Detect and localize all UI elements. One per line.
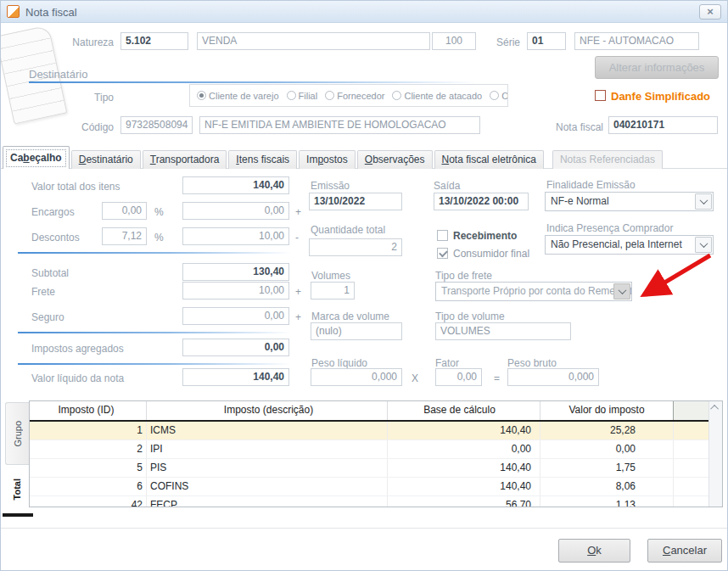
column-header-imposto-id[interactable]: Imposto (ID)	[30, 401, 147, 420]
tab-impostos[interactable]: Impostos	[299, 150, 356, 169]
tab-cabecalho[interactable]: Cabeçalho	[3, 146, 70, 169]
cell-imposto-descricao: FECP	[147, 496, 388, 507]
footer-divider	[1, 528, 728, 529]
column-header-base-calculo[interactable]: Base de cálculo	[388, 401, 540, 420]
tab-transportadora[interactable]: Transportadora	[143, 150, 227, 169]
frete-plus-sign: +	[295, 286, 301, 298]
encargos-field[interactable]: 0,00	[182, 202, 289, 220]
chevron-down-icon	[699, 239, 708, 248]
tab-nota-fiscal-eletronica[interactable]: Nota fiscal eletrônica	[434, 150, 544, 169]
descontos-field[interactable]: 10,00	[182, 227, 289, 245]
cell-base-calculo: 0,00	[388, 440, 540, 458]
radio-outro[interactable]: Outro	[490, 91, 508, 101]
fator-field[interactable]: 0,00	[435, 368, 482, 386]
table-header-row: Imposto (ID) Imposto (descrição) Base de…	[30, 401, 708, 422]
frete-field[interactable]: 10,00	[182, 282, 289, 299]
chevron-down-icon	[618, 286, 626, 294]
seguro-field[interactable]: 0,00	[182, 307, 289, 325]
recebimento-label: Recebimento	[453, 230, 517, 242]
cell-base-calculo: 56,70	[388, 496, 540, 507]
encargos-label: Encargos	[31, 206, 75, 218]
radio-cliente-de-atacado[interactable]: Cliente de atacado	[392, 91, 482, 101]
impostos-table: Imposto (ID) Imposto (descrição) Base de…	[29, 400, 723, 507]
tab-notas-referenciadas[interactable]: Notas Referenciadas	[552, 150, 663, 169]
radio-cliente-de-varejo[interactable]: Cliente de varejo	[197, 91, 279, 101]
tab-observacoes[interactable]: Observações	[357, 150, 433, 169]
cell-valor-imposto: 1,13	[540, 496, 674, 507]
app-icon	[7, 5, 20, 18]
finalidade-emissao-select[interactable]: NF-e Normal	[545, 192, 714, 211]
ok-button[interactable]: Ok	[558, 539, 630, 563]
tipo-volume-field[interactable]: VOLUMES	[435, 322, 571, 340]
quantidade-total-field[interactable]: 2	[309, 238, 402, 256]
descontos-pct-field[interactable]: 7,12	[102, 227, 147, 245]
side-tab-total[interactable]: Total	[5, 468, 29, 511]
codigo-field[interactable]: 97328508094	[120, 116, 193, 134]
serie-label: Série	[484, 36, 520, 48]
presenca-dropdown-button[interactable]	[695, 237, 712, 253]
tab-destinatario[interactable]: Destinatário	[71, 150, 141, 169]
impostos-agregados-field[interactable]: 0,00	[182, 339, 289, 356]
radio-icon	[325, 91, 334, 100]
danfe-simplificado-label: Danfe Simplificado	[611, 90, 710, 103]
table-row[interactable]: 1 ICMS 140,40 25,28	[30, 422, 708, 440]
tipo-frete-select[interactable]: Transporte Próprio por conta do Remetent…	[435, 282, 632, 301]
cell-valor-imposto: 0,00	[540, 440, 674, 458]
impostos-agregados-label: Impostos agregados	[31, 343, 124, 355]
cancel-button[interactable]: Cancelar	[647, 539, 722, 563]
descontos-label: Descontos	[31, 232, 80, 244]
column-header-imposto-descricao[interactable]: Imposto (descrição)	[147, 401, 388, 420]
title-bar: Nota fiscal ×	[1, 1, 727, 23]
marca-volume-field[interactable]: (nulo)	[311, 322, 402, 340]
nota-fiscal-number-field[interactable]: 040210171	[608, 116, 718, 134]
side-tab-grupo[interactable]: Grupo	[5, 402, 29, 465]
peso-liquido-field[interactable]: 0,000	[311, 368, 402, 386]
emissao-field[interactable]: 13/10/2022	[309, 193, 402, 210]
chevron-down-icon	[699, 196, 708, 204]
valor-total-field[interactable]: 140,40	[182, 176, 289, 194]
table-row[interactable]: 6 COFINS 140,40 8,06	[30, 478, 708, 496]
table-row[interactable]: 42 FECP 56,70 1,13	[30, 496, 708, 507]
natureza-code-field[interactable]: 5.102	[120, 32, 188, 50]
finalidade-emissao-value: NF-e Normal	[551, 195, 609, 207]
recebimento-checkbox[interactable]	[437, 230, 448, 241]
table-scrollbar[interactable]	[708, 401, 722, 507]
table-row[interactable]: 5 PIS 140,40 1,75	[30, 459, 708, 478]
volumes-field[interactable]: 1	[311, 282, 355, 299]
saida-field[interactable]: 13/10/2022 00:00	[434, 193, 529, 210]
peso-bruto-field[interactable]: 0,000	[507, 368, 599, 386]
impostos-agregados-rule	[18, 332, 291, 333]
subtotal-field[interactable]: 130,40	[182, 263, 289, 281]
consumidor-final-label: Consumidor final	[453, 248, 529, 260]
tipo-frete-dropdown-button[interactable]	[613, 283, 630, 299]
destinatario-rule	[29, 81, 477, 83]
radio-fornecedor[interactable]: Fornecedor	[325, 91, 384, 101]
column-header-valor-imposto[interactable]: Valor do imposto	[540, 401, 674, 420]
encargos-pct-field[interactable]: 0,00	[102, 202, 147, 220]
destinatario-section-label: Destinatário	[29, 68, 87, 81]
danfe-simplificado-checkbox[interactable]	[595, 90, 606, 101]
saida-label: Saída	[434, 180, 460, 192]
codigo-desc-field[interactable]: NF-E EMITIDA EM AMBIENTE DE HOMOLOGACAO	[199, 116, 480, 134]
cell-valor-imposto: 1,75	[540, 459, 674, 477]
radio-filial[interactable]: Filial	[287, 91, 318, 101]
column-header-filler	[674, 401, 708, 420]
consumidor-final-checkbox[interactable]	[437, 248, 448, 259]
natureza-desc-field[interactable]: VENDA	[197, 32, 430, 50]
subtotal-rule	[18, 252, 291, 254]
cell-imposto-id: 5	[30, 459, 147, 477]
scroll-up-button[interactable]	[709, 401, 722, 414]
serie-desc-field[interactable]: NFE - AUTOMACAO	[574, 32, 699, 50]
indica-presenca-select[interactable]: Não Presencial, pela Internet	[545, 235, 714, 255]
natureza-num-field[interactable]: 100	[432, 32, 476, 50]
cell-base-calculo: 140,40	[388, 422, 540, 439]
subtotal-label: Subtotal	[31, 267, 69, 279]
alterar-informacoes-button[interactable]: Alterar informações	[595, 56, 719, 79]
tipo-frete-value: Transporte Próprio por conta do Remetent…	[441, 285, 632, 297]
valor-liquido-field[interactable]: 140,40	[182, 368, 289, 386]
finalidade-dropdown-button[interactable]	[695, 193, 712, 210]
table-row[interactable]: 2 IPI 0,00 0,00	[30, 440, 708, 459]
tab-itens-fiscais[interactable]: Itens fiscais	[228, 150, 297, 169]
close-button[interactable]: ×	[699, 4, 721, 20]
serie-code-field[interactable]: 01	[527, 32, 566, 50]
